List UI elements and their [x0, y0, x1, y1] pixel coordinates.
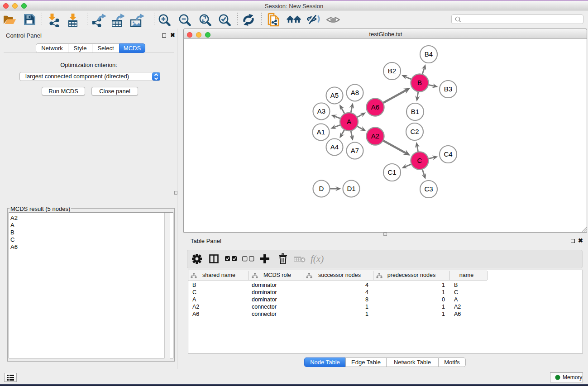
svg-text:C3: C3	[424, 185, 433, 193]
svg-text:A: A	[347, 118, 351, 125]
svg-text:D1: D1	[347, 185, 355, 192]
svg-text:D: D	[319, 185, 324, 192]
svg-text:B1: B1	[411, 108, 419, 115]
svg-text:A8: A8	[351, 89, 359, 96]
svg-text:C: C	[417, 157, 422, 164]
svg-text:A7: A7	[351, 147, 359, 154]
svg-text:A3: A3	[317, 107, 325, 115]
svg-text:A6: A6	[371, 103, 379, 111]
svg-text:B3: B3	[444, 85, 452, 93]
svg-text:C4: C4	[444, 150, 452, 158]
svg-text:A2: A2	[371, 132, 379, 140]
svg-text:B2: B2	[388, 67, 396, 75]
svg-text:B4: B4	[425, 50, 433, 58]
svg-text:A5: A5	[330, 91, 339, 99]
svg-text:A1: A1	[317, 128, 325, 136]
svg-text:A4: A4	[330, 143, 339, 151]
svg-text:C1: C1	[387, 168, 396, 176]
svg-text:B: B	[417, 79, 422, 86]
svg-text:C2: C2	[410, 128, 419, 135]
